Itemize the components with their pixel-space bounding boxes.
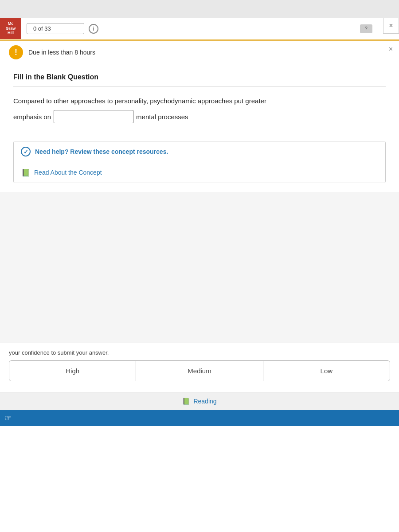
confidence-button-group: High Medium Low: [9, 360, 390, 381]
logo-text2: Graw: [6, 26, 16, 31]
answer-line: emphasis on mental processes: [13, 110, 386, 123]
emphasis-label: emphasis on: [13, 113, 51, 121]
concept-toggle-icon[interactable]: ✓: [21, 147, 31, 156]
confidence-area: your confidence to submit your answer. H…: [0, 343, 399, 392]
info-icon[interactable]: i: [89, 24, 98, 34]
blue-bottom-bar: ☞: [0, 410, 399, 426]
confidence-low-button[interactable]: Low: [263, 361, 390, 381]
question-area: Fill in the Blank Question Compared to o…: [0, 64, 399, 132]
help-icon[interactable]: ?: [360, 24, 372, 33]
due-close-button[interactable]: ×: [389, 45, 393, 53]
warning-icon: !: [9, 45, 23, 59]
fill-in-blank-input[interactable]: [54, 110, 133, 123]
confidence-high-button[interactable]: High: [9, 361, 136, 381]
mcgraw-hill-logo: Mc Graw Hill: [0, 18, 21, 39]
concept-body[interactable]: 📗 Read About the Concept: [14, 162, 385, 183]
due-text: Due in less than 8 hours: [28, 49, 95, 56]
cursor-hand-icon: ☞: [4, 413, 12, 423]
logo-text3: Hill: [8, 31, 14, 35]
main-content: 0 of 33 i ? ! Due in less than 8 hours ×…: [0, 18, 399, 532]
question-text-part1: Compared to other approaches to personal…: [13, 96, 386, 106]
confidence-medium-button[interactable]: Medium: [136, 361, 263, 381]
reading-button[interactable]: 📗 Reading: [182, 398, 216, 405]
concept-resources-header[interactable]: ✓ Need help? Review these concept resour…: [14, 141, 385, 162]
mental-processes-label: mental processes: [136, 113, 188, 121]
reading-bar: 📗 Reading: [0, 392, 399, 410]
due-notice-bar: ! Due in less than 8 hours ×: [0, 41, 399, 64]
close-button[interactable]: ×: [383, 18, 399, 34]
header-right: ?: [360, 24, 372, 33]
read-concept-link[interactable]: Read About the Concept: [34, 169, 102, 176]
concept-header-text: Need help? Review these concept resource…: [35, 148, 168, 155]
confidence-label: your confidence to submit your answer.: [9, 349, 390, 356]
reading-label: Reading: [193, 398, 216, 405]
question-type-label: Fill in the Blank Question: [13, 73, 386, 87]
reading-book-icon: 📗: [182, 398, 190, 405]
header-bar: 0 of 33 i ?: [0, 18, 399, 41]
book-icon: 📗: [21, 168, 31, 176]
concept-resources-section: ✓ Need help? Review these concept resour…: [13, 141, 386, 183]
warning-symbol: !: [15, 48, 17, 57]
progress-indicator: 0 of 33: [27, 23, 84, 34]
logo-text: Mc: [8, 21, 14, 26]
content-spacer: [0, 192, 399, 343]
